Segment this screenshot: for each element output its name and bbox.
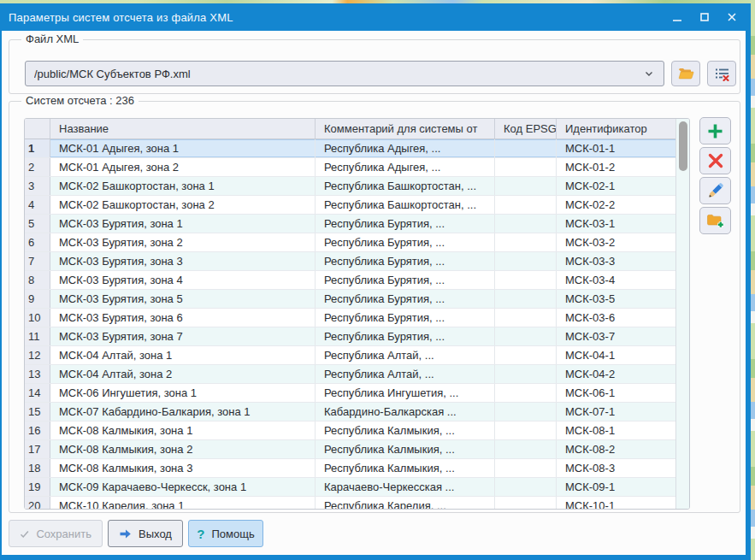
delete-row-button[interactable]	[699, 147, 731, 174]
cell-identifier: МСК-03-4	[557, 271, 675, 289]
cell-identifier: МСК-02-1	[557, 177, 675, 195]
cell-identifier: МСК-03-5	[557, 290, 675, 308]
cell-comment: Республика Калмыкия, ...	[316, 459, 495, 477]
cell-comment: Республика Башкортостан, ...	[316, 196, 495, 214]
table-row[interactable]: 13 МСК-04 Алтай, зона 2 Республика Алтай…	[25, 365, 675, 384]
add-row-button[interactable]	[699, 117, 731, 144]
column-header-epsg[interactable]: Код EPSG	[495, 119, 557, 139]
plus-icon	[706, 122, 724, 140]
table-row[interactable]: 19 МСК-09 Карачаево-Черкесск, зона 1 Кар…	[25, 478, 675, 497]
cell-identifier: МСК-09-1	[557, 478, 675, 496]
cell-identifier: МСК-04-2	[557, 365, 675, 383]
minimize-button[interactable]	[670, 10, 684, 24]
table-row[interactable]: 18 МСК-08 Калмыкия, зона 3 Республика Ка…	[25, 459, 675, 478]
reference-systems-table: Название Комментарий для системы от Код …	[24, 118, 690, 510]
cell-epsg	[495, 271, 557, 289]
table-header-row: Название Комментарий для системы от Код …	[25, 119, 675, 139]
red-x-icon	[707, 152, 724, 169]
cell-identifier: МСК-08-2	[557, 440, 675, 458]
row-number-cell: 5	[25, 215, 50, 233]
exit-arrow-icon	[119, 528, 132, 539]
column-header-identifier[interactable]: Идентификатор	[557, 119, 675, 139]
cell-comment: Республика Башкортостан, ...	[316, 177, 495, 195]
cell-comment: Кабардино-Балкарская ...	[316, 403, 495, 421]
table-row[interactable]: 6 МСК-03 Бурятия, зона 2 Республика Буря…	[25, 233, 675, 252]
pencil-icon	[706, 181, 725, 200]
table-row[interactable]: 14 МСК-06 Ингушетия, зона 1 Республика И…	[25, 384, 675, 403]
column-header-comment[interactable]: Комментарий для системы от	[316, 119, 495, 139]
check-icon	[20, 528, 29, 539]
open-folder-icon	[678, 67, 694, 80]
cell-name: МСК-01 Адыгея, зона 1	[50, 139, 316, 157]
cell-epsg	[495, 196, 557, 214]
table-row[interactable]: 9 МСК-03 Бурятия, зона 5 Республика Буря…	[25, 290, 675, 309]
row-number-cell: 18	[25, 459, 50, 477]
table-row[interactable]: 2 МСК-01 Адыгея, зона 2 Республика Адыге…	[25, 158, 675, 177]
row-number-cell: 19	[25, 478, 50, 496]
row-number-cell: 17	[25, 440, 50, 458]
add-from-folder-button[interactable]	[699, 207, 731, 234]
xml-file-path: /public/МСК Субъектов РФ.xml	[34, 68, 643, 80]
save-button[interactable]: Сохранить	[9, 520, 103, 547]
row-number-cell: 2	[25, 158, 50, 176]
cell-epsg	[495, 365, 557, 383]
table-row[interactable]: 11 МСК-03 Бурятия, зона 7 Республика Бур…	[25, 327, 675, 346]
cell-identifier: МСК-06-1	[557, 384, 675, 402]
cell-name: МСК-09 Карачаево-Черкесск, зона 1	[50, 478, 316, 496]
cell-comment: Республика Карелия, ...	[316, 497, 495, 509]
cell-epsg	[495, 346, 557, 364]
scrollbar-thumb[interactable]	[679, 121, 687, 171]
xml-file-combobox[interactable]: /public/МСК Субъектов РФ.xml	[25, 61, 664, 86]
cell-comment: Республика Бурятия, ...	[316, 252, 495, 270]
table-row[interactable]: 12 МСК-04 Алтай, зона 1 Республика Алтай…	[25, 346, 675, 365]
cell-epsg	[495, 233, 557, 251]
cell-name: МСК-10 Карелия, зона 1	[50, 497, 316, 509]
table-scrollbar[interactable]	[675, 119, 689, 509]
cell-name: МСК-02 Башкортостан, зона 1	[50, 177, 316, 195]
table-row[interactable]: 20 МСК-10 Карелия, зона 1 Республика Кар…	[25, 497, 675, 509]
table-row[interactable]: 8 МСК-03 Бурятия, зона 4 Республика Буря…	[25, 271, 675, 290]
row-number-cell: 20	[25, 497, 50, 509]
edit-row-button[interactable]	[699, 177, 731, 204]
close-button[interactable]	[725, 10, 739, 24]
cell-name: МСК-06 Ингушетия, зона 1	[50, 384, 316, 402]
folder-plus-icon	[706, 213, 725, 229]
cell-name: МСК-08 Калмыкия, зона 1	[50, 421, 316, 439]
cell-name: МСК-04 Алтай, зона 2	[50, 365, 316, 383]
table-row[interactable]: 10 МСК-03 Бурятия, зона 6 Республика Бур…	[25, 309, 675, 327]
table-row[interactable]: 7 МСК-03 Бурятия, зона 3 Республика Буря…	[25, 252, 675, 271]
help-button-label: Помощь	[211, 528, 254, 540]
ref-group-label: Систем отсчета : 236	[21, 94, 139, 107]
table-row[interactable]: 5 МСК-03 Бурятия, зона 1 Республика Буря…	[25, 215, 675, 233]
titlebar[interactable]: Параметры систем отсчета из файла XML	[0, 3, 751, 31]
cell-identifier: МСК-03-3	[557, 252, 675, 270]
cell-epsg	[495, 327, 557, 345]
cell-comment: Республика Адыгея, ...	[316, 139, 495, 157]
cell-name: МСК-03 Бурятия, зона 1	[50, 215, 316, 233]
table-row[interactable]: 4 МСК-02 Башкортостан, зона 2 Республика…	[25, 196, 675, 215]
cell-comment: Республика Алтай, ...	[316, 365, 495, 383]
maximize-button[interactable]	[698, 10, 711, 24]
row-number-cell: 9	[25, 290, 50, 308]
row-number-cell: 3	[25, 177, 50, 195]
exit-button[interactable]: Выход	[108, 520, 183, 547]
cell-identifier: МСК-04-1	[557, 346, 675, 364]
table-row[interactable]: 3 МСК-02 Башкортостан, зона 1 Республика…	[25, 177, 675, 196]
row-number-cell: 14	[25, 384, 50, 402]
table-row[interactable]: 17 МСК-08 Калмыкия, зона 2 Республика Ка…	[25, 440, 675, 459]
browse-file-button[interactable]	[671, 61, 700, 86]
table-row[interactable]: 15 МСК-07 Кабардино-Балкария, зона 1 Каб…	[25, 403, 675, 421]
clear-list-button[interactable]	[707, 61, 736, 86]
save-button-label: Сохранить	[36, 528, 91, 540]
cell-identifier: МСК-08-3	[557, 459, 675, 477]
help-button[interactable]: ? Помощь	[188, 520, 263, 547]
cell-name: МСК-03 Бурятия, зона 6	[50, 309, 316, 327]
row-number-cell: 10	[25, 309, 50, 327]
cell-name: МСК-04 Алтай, зона 1	[50, 346, 316, 364]
table-row[interactable]: 16 МСК-08 Калмыкия, зона 1 Республика Ка…	[25, 421, 675, 440]
cell-comment: Республика Бурятия, ...	[316, 327, 495, 345]
row-number-cell: 7	[25, 252, 50, 270]
table-row[interactable]: 1 МСК-01 Адыгея, зона 1 Республика Адыге…	[25, 139, 675, 158]
column-header-name[interactable]: Название	[50, 119, 316, 139]
cell-name: МСК-03 Бурятия, зона 3	[50, 252, 316, 270]
